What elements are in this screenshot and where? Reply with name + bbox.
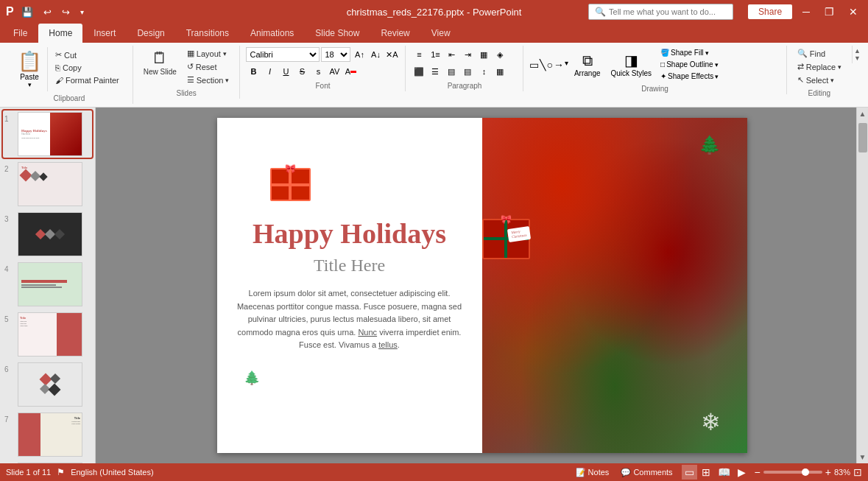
scroll-down-button[interactable]: ▼ [857, 451, 868, 463]
normal-view-button[interactable]: ▭ [682, 465, 697, 480]
reset-button[interactable]: ↺ Reset [183, 60, 234, 73]
decrease-indent-button[interactable]: ⇤ [444, 47, 459, 62]
char-spacing-button[interactable]: AV [327, 64, 342, 79]
find-button[interactable]: 🔍 Find [793, 47, 830, 60]
slide-nunc-link[interactable]: Nunc [358, 328, 377, 337]
section-button[interactable]: ☰ Section ▾ [183, 74, 234, 86]
line-spacing-button[interactable]: ↕ [476, 64, 491, 79]
slide-thumb-6[interactable]: 6 [3, 361, 92, 408]
bold-button[interactable]: B [246, 64, 261, 79]
italic-button[interactable]: I [262, 64, 277, 79]
shape-outline-dropdown[interactable]: ▾ [715, 61, 719, 69]
tell-me-input[interactable] [609, 7, 727, 16]
ribbon-scroll-up[interactable]: ▲ [854, 47, 861, 55]
comments-button[interactable]: 💬 Comments [618, 467, 675, 478]
tab-file[interactable]: File [3, 24, 38, 43]
increase-font-button[interactable]: A↑ [352, 47, 367, 62]
align-right-button[interactable]: ▤ [444, 64, 459, 79]
tab-view[interactable]: View [421, 24, 461, 43]
tab-home[interactable]: Home [38, 24, 82, 43]
shadow-button[interactable]: s [311, 64, 325, 79]
redo-icon[interactable]: ↪ [59, 5, 73, 19]
scroll-thumb[interactable] [858, 123, 867, 152]
underline-button[interactable]: U [278, 64, 293, 79]
shape-fill-dropdown[interactable]: ▾ [705, 49, 709, 57]
font-family-select[interactable]: Calibri [246, 47, 320, 62]
fit-slide-button[interactable]: ⊡ [853, 466, 862, 478]
scroll-up-button[interactable]: ▲ [857, 108, 868, 120]
title-bar-right: 🔍 Share ─ ❐ ✕ [588, 4, 862, 20]
customize-qat-icon[interactable]: ▾ [77, 7, 87, 18]
copy-button[interactable]: ⎘ Copy [51, 62, 124, 74]
strikethrough-button[interactable]: S [294, 64, 309, 79]
shape-fill-button[interactable]: 🪣 Shape Fill ▾ [657, 47, 721, 58]
replace-button[interactable]: ⇄ Replace ▾ [793, 60, 846, 73]
increase-indent-button[interactable]: ⇥ [460, 47, 475, 62]
save-icon[interactable]: 💾 [18, 5, 36, 19]
zoom-in-button[interactable]: + [825, 466, 831, 478]
share-button[interactable]: Share [748, 4, 792, 19]
select-button[interactable]: ↖ Select ▾ [793, 74, 839, 86]
align-left-button[interactable]: ⬛ [412, 64, 426, 79]
accessibility-icon[interactable]: ⚑ [57, 467, 65, 477]
slide-thumb-4[interactable]: 4 [3, 261, 92, 308]
justify-button[interactable]: ▤ [460, 64, 475, 79]
convert-to-smartart-button[interactable]: ▦ [493, 64, 507, 79]
numbering-button[interactable]: 1≡ [428, 47, 442, 62]
slide-subtitle: Title Here [236, 256, 464, 275]
shape-outline-button[interactable]: □ Shape Outline ▾ [657, 59, 721, 70]
restore-button[interactable]: ❐ [820, 4, 839, 19]
tab-transitions[interactable]: Transitions [176, 24, 239, 43]
font-group-label: Font [246, 79, 399, 90]
presenter-view-button[interactable]: ▶ [735, 465, 749, 480]
shape-more-icon[interactable]: ▾ [565, 59, 568, 71]
shape-effects-button[interactable]: ✦ Shape Effects ▾ [657, 71, 721, 82]
undo-icon[interactable]: ↩ [40, 5, 54, 19]
smart-art-button[interactable]: ◈ [493, 47, 507, 62]
arrange-button[interactable]: ⧉ Arrange [570, 49, 605, 80]
slide-sorter-button[interactable]: ⊞ [699, 465, 713, 480]
format-painter-button[interactable]: 🖌 Format Painter [51, 74, 124, 86]
slide-tellus-link[interactable]: tellus [378, 340, 398, 349]
paste-button[interactable]: 📋 Paste ▾ [12, 47, 48, 91]
close-button[interactable]: ✕ [844, 4, 862, 19]
slide-thumb-5[interactable]: 5 Title • Item one• Item two• Item three [3, 311, 92, 358]
slide-thumb-2[interactable]: 2 Title [3, 161, 92, 208]
notes-icon: 📝 [576, 468, 586, 477]
tab-slideshow[interactable]: Slide Show [305, 24, 370, 43]
tab-animations[interactable]: Animations [240, 24, 304, 43]
slide-thumb-7[interactable]: 7 Title Content hereMore content [3, 411, 92, 458]
shape-rect-icon[interactable]: ▭ [529, 59, 539, 71]
bullets-button[interactable]: ≡ [412, 47, 426, 62]
quick-styles-button[interactable]: ◨ Quick Styles [607, 49, 657, 80]
tab-insert[interactable]: Insert [83, 24, 126, 43]
tab-design[interactable]: Design [127, 24, 174, 43]
decrease-font-button[interactable]: A↓ [368, 47, 383, 62]
zoom-slider[interactable] [763, 471, 822, 474]
zoom-out-button[interactable]: − [755, 466, 761, 478]
tell-me-box[interactable]: 🔍 [588, 4, 733, 20]
slide-area[interactable]: ▲ ▼ Happy Holidays Title Here Lorem ipsu… [96, 108, 868, 463]
layout-button[interactable]: ▦ Layout ▾ [183, 47, 234, 60]
new-slide-button[interactable]: 🗒 New Slide [139, 47, 181, 79]
paste-dropdown-icon[interactable]: ▾ [28, 81, 32, 88]
slide-thumb-3[interactable]: 3 [3, 211, 92, 258]
align-center-button[interactable]: ☰ [428, 64, 442, 79]
ribbon-scroll-down[interactable]: ▼ [854, 55, 861, 62]
vertical-scrollbar[interactable]: ▲ ▼ [856, 108, 868, 463]
minimize-button[interactable]: ─ [798, 4, 814, 19]
tab-review[interactable]: Review [370, 24, 420, 43]
shape-effects-dropdown[interactable]: ▾ [715, 73, 719, 80]
slide-thumb-1[interactable]: 1 Happy Holidays Title Here Lorem ipsum … [3, 110, 92, 158]
font-size-select[interactable]: 18 [321, 47, 350, 62]
shape-arrow-icon[interactable]: → [554, 59, 564, 71]
text-columns-button[interactable]: ▦ [476, 47, 491, 62]
clear-format-button[interactable]: ✕A [384, 47, 399, 62]
font-color-button[interactable]: A [343, 64, 358, 79]
reading-view-button[interactable]: 📖 [715, 465, 733, 480]
slides-panel[interactable]: 1 Happy Holidays Title Here Lorem ipsum … [0, 108, 96, 463]
cut-button[interactable]: ✂ Cut [51, 49, 124, 61]
shape-oval-icon[interactable]: ○ [546, 59, 552, 71]
shape-line-icon[interactable]: ╲ [540, 59, 546, 71]
notes-button[interactable]: 📝 Notes [573, 467, 613, 478]
